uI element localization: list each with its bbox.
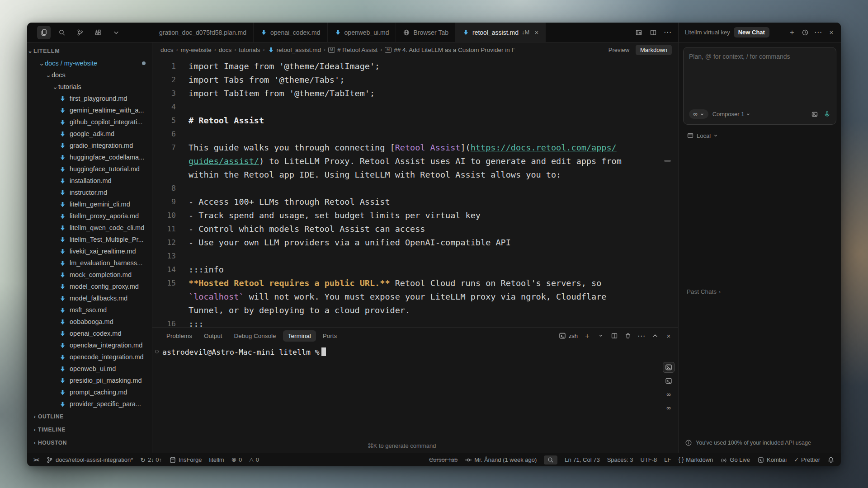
status-cursor-tab[interactable]: Cursor Tab (429, 456, 458, 463)
status-utf-8[interactable]: UTF-8 (640, 456, 657, 463)
trash-button[interactable] (624, 332, 632, 340)
history-button[interactable] (801, 28, 809, 37)
terminal-instance-terminal[interactable] (663, 375, 675, 386)
breadcrumb-item[interactable]: my-website (181, 47, 212, 53)
status-remote[interactable]: >< (33, 457, 39, 463)
tree-file[interactable]: github_copilot_integrati... (27, 116, 152, 128)
status-0[interactable]: ⊗0 (231, 456, 242, 463)
panel-tab-problems[interactable]: Problems (161, 330, 197, 342)
breadcrumb-item[interactable]: docs (160, 47, 174, 53)
breadcrumb-item[interactable]: M## 4. Add LiteLLM as a Custom Provider … (385, 47, 515, 53)
composer-selector[interactable]: Composer 1 (712, 111, 751, 117)
tree-file[interactable]: gradio_integration.md (27, 140, 152, 151)
close-button[interactable]: × (827, 28, 835, 37)
split-editor-button[interactable] (649, 28, 657, 37)
extensions-button[interactable] (91, 26, 105, 39)
terminal-instance-terminal[interactable] (663, 362, 675, 373)
tree-file[interactable]: prompt_caching.md (27, 386, 152, 398)
search-button[interactable] (55, 26, 69, 39)
status-bell[interactable] (827, 456, 835, 464)
caret-down-button[interactable] (597, 332, 605, 340)
breadcrumb-item[interactable]: retool_assist.md (268, 47, 321, 53)
tree-file[interactable]: instructor.md (27, 187, 152, 198)
terminal-instance-infinity[interactable]: ∞ (663, 389, 675, 400)
panel-tab-debug-console[interactable]: Debug Console (229, 330, 281, 342)
explorer-root[interactable]: ⌄ LITELLM (27, 44, 152, 57)
more-button[interactable]: ⋯ (814, 28, 822, 37)
tab-retool_assist.md[interactable]: retool_assist.md↓M× (456, 23, 546, 42)
panel-tab-ports[interactable]: Ports (318, 330, 342, 342)
tree-file[interactable]: msft_sso.md (27, 304, 152, 316)
more-button[interactable]: ⋯ (637, 332, 646, 340)
breadcrumb-item[interactable]: docs (219, 47, 232, 53)
status-ln-71-col-73[interactable]: Ln 71, Col 73 (565, 456, 599, 463)
split-editor-button[interactable] (610, 332, 618, 340)
plus-button[interactable]: + (788, 28, 796, 37)
status-markdown[interactable]: { }Markdown (679, 456, 713, 463)
panel-tab-terminal[interactable]: Terminal (283, 330, 316, 342)
breadcrumb-item[interactable]: tutorials (239, 47, 260, 53)
tree-file[interactable]: litellm_gemini_cli.md (27, 198, 152, 210)
local-selector[interactable]: Local (687, 132, 836, 139)
tab-openai_codex.md[interactable]: openai_codex.md (254, 23, 328, 42)
new-chat-tab[interactable]: New Chat (734, 27, 769, 38)
mic-icon[interactable] (824, 111, 830, 117)
status-prettier[interactable]: ✓Prettier (794, 456, 820, 463)
tree-folder[interactable]: ⌄docs / my-website (27, 57, 152, 69)
tab-openweb_ui.md[interactable]: openweb_ui.md (328, 23, 396, 42)
tree-file[interactable]: lm_evaluation_harness... (27, 257, 152, 269)
panel-tab-output[interactable]: Output (199, 330, 227, 342)
status-0[interactable]: △0 (249, 456, 259, 463)
tree-file[interactable]: livekit_xai_realtime.md (27, 245, 152, 257)
terminal-instance-infinity[interactable]: ∞ (663, 403, 675, 413)
tree-file[interactable]: openweb_ui.md (27, 363, 152, 375)
tree-folder[interactable]: ⌄tutorials (27, 81, 152, 93)
status-go-live[interactable]: Go Live (720, 456, 750, 464)
chevron-down-button[interactable] (109, 26, 123, 39)
status-lf[interactable]: LF (664, 456, 671, 463)
tree-file[interactable]: gemini_realtime_with_a... (27, 104, 152, 116)
source-control-button[interactable] (73, 26, 87, 39)
status-docs-retool-assist-integration[interactable]: docs/retool-assist-integration* (46, 456, 133, 464)
open-preview-button[interactable] (635, 28, 643, 37)
tree-file[interactable]: litellm_proxy_aporia.md (27, 210, 152, 222)
chat-input[interactable]: Plan, @ for context, / for commands ∞ Co… (683, 47, 836, 125)
shell-label[interactable]: zsh (559, 332, 578, 339)
tree-file[interactable]: litellm_Test_Multiple_Pr... (27, 234, 152, 245)
tree-file[interactable]: openai_codex.md (27, 328, 152, 339)
tree-file[interactable]: model_fallbacks.md (27, 292, 152, 304)
code-editor[interactable]: 1import Image from '@theme/IdealImage';2… (152, 57, 678, 327)
image-icon[interactable] (811, 111, 818, 118)
agent-mode-selector[interactable]: ∞ (689, 109, 708, 119)
tab-Browser Tab[interactable]: Browser Tab (396, 23, 456, 42)
more-button[interactable]: ⋯ (664, 28, 672, 37)
status-magnifier[interactable] (544, 455, 557, 465)
tree-file[interactable]: huggingface_codellama... (27, 151, 152, 163)
status-mr-nand-1-week-ago[interactable]: Mr. Ånand (1 week ago) (465, 456, 537, 464)
tree-file[interactable]: litellm_qwen_code_cli.md (27, 222, 152, 234)
status-spaces-3[interactable]: Spaces: 3 (607, 456, 633, 463)
tree-folder[interactable]: ⌄docs (27, 69, 152, 81)
tree-file[interactable]: huggingface_tutorial.md (27, 163, 152, 175)
tree-section-outline[interactable]: ›OUTLINE (27, 410, 152, 423)
tree-file[interactable]: oobabooga.md (27, 316, 152, 328)
tree-file[interactable]: first_playground.md (27, 93, 152, 104)
plus-button[interactable]: + (583, 332, 591, 340)
tree-file[interactable]: provider_specific_para... (27, 398, 152, 410)
tree-file[interactable]: installation.md (27, 175, 152, 187)
tree-file[interactable]: model_config_proxy.md (27, 281, 152, 292)
tree-file[interactable]: opencode_integration.md (27, 351, 152, 363)
breadcrumb-item[interactable]: M# Retool Assist (328, 47, 377, 53)
status-litellm[interactable]: litellm (209, 456, 224, 463)
tree-file[interactable]: presidio_pii_masking.md (27, 375, 152, 386)
tree-file[interactable]: mock_completion.md (27, 269, 152, 281)
terminal-body[interactable]: astrodevil@Astro-Mac-mini litellm % ⌘K t… (152, 344, 678, 453)
tree-file[interactable]: openclaw_integration.md (27, 339, 152, 351)
chevron-up-button[interactable] (651, 332, 659, 340)
explorer-button[interactable] (37, 26, 51, 39)
close-button[interactable]: × (665, 332, 673, 340)
close-icon[interactable]: × (535, 28, 539, 36)
tree-section-timeline[interactable]: ›TIMELINE (27, 423, 152, 436)
tab-gration_doc_d075fd58.plan.md[interactable]: gration_doc_d075fd58.plan.md (152, 23, 254, 42)
editor-scrollbar-thumb[interactable] (664, 160, 671, 162)
